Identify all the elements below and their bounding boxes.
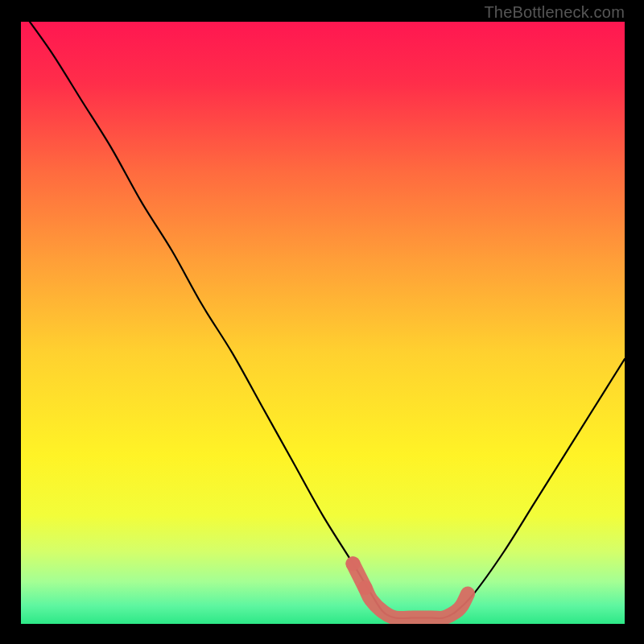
optimal-range-dot bbox=[358, 580, 373, 595]
bottleneck-chart bbox=[21, 22, 625, 624]
optimal-range-dot bbox=[346, 556, 361, 571]
chart-frame: TheBottleneck.com bbox=[0, 0, 644, 644]
plot-area bbox=[21, 22, 625, 624]
attribution-text: TheBottleneck.com bbox=[484, 3, 625, 22]
gradient-background bbox=[21, 22, 625, 624]
